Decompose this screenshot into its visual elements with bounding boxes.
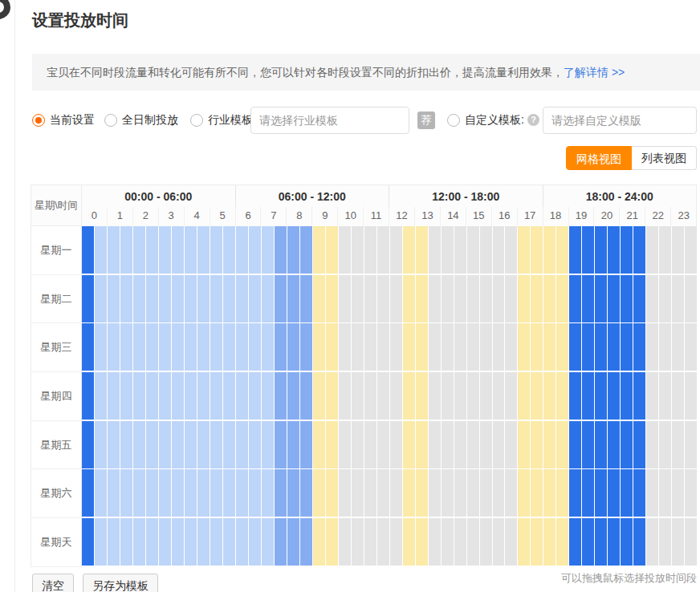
time-cell[interactable] <box>582 421 595 468</box>
time-cell[interactable] <box>172 275 185 322</box>
time-cell[interactable] <box>390 469 403 517</box>
time-cell[interactable] <box>262 323 275 371</box>
list-view-button[interactable]: 列表视图 <box>632 146 697 170</box>
time-cell[interactable] <box>416 226 429 274</box>
time-cell[interactable] <box>672 421 685 468</box>
time-cell[interactable] <box>300 226 313 274</box>
time-cell[interactable] <box>197 372 210 420</box>
time-cell[interactable] <box>543 421 556 468</box>
time-cell[interactable] <box>646 469 659 517</box>
time-cell[interactable] <box>223 421 236 468</box>
time-cell[interactable] <box>403 421 416 468</box>
time-cell[interactable] <box>608 226 621 274</box>
time-cell[interactable] <box>133 518 146 566</box>
time-cell[interactable] <box>95 226 108 274</box>
time-cell[interactable] <box>146 518 159 566</box>
time-cell[interactable] <box>82 226 95 274</box>
time-cell[interactable] <box>364 226 377 274</box>
time-cell[interactable] <box>172 226 185 274</box>
time-cell[interactable] <box>672 226 685 274</box>
time-cell[interactable] <box>467 421 480 468</box>
time-cell[interactable] <box>518 421 531 468</box>
time-cell[interactable] <box>82 518 95 566</box>
time-cell[interactable] <box>633 469 646 517</box>
time-cell[interactable] <box>339 518 352 566</box>
time-cell[interactable] <box>236 323 249 371</box>
time-cell[interactable] <box>480 226 493 274</box>
time-cell[interactable] <box>275 323 287 371</box>
time-cell[interactable] <box>313 421 326 468</box>
time-cell[interactable] <box>313 226 326 274</box>
time-cell[interactable] <box>287 275 300 322</box>
time-cell[interactable] <box>685 226 697 274</box>
time-cell[interactable] <box>300 275 313 322</box>
radio-custom-template[interactable]: 自定义模板: <box>447 107 524 134</box>
time-cell[interactable] <box>467 323 480 371</box>
time-cell[interactable] <box>185 421 197 468</box>
time-cell[interactable] <box>108 518 120 566</box>
time-cell[interactable] <box>531 469 543 517</box>
time-cell[interactable] <box>146 469 159 517</box>
time-cell[interactable] <box>339 372 352 420</box>
time-cell[interactable] <box>326 518 339 566</box>
time-cell[interactable] <box>582 518 595 566</box>
time-cell[interactable] <box>608 518 621 566</box>
time-cell[interactable] <box>236 469 249 517</box>
time-cell[interactable] <box>364 372 377 420</box>
time-cell[interactable] <box>249 469 262 517</box>
time-cell[interactable] <box>493 421 506 468</box>
time-cell[interactable] <box>582 275 595 322</box>
time-cell[interactable] <box>313 323 326 371</box>
time-cell[interactable] <box>493 275 506 322</box>
time-cell[interactable] <box>185 518 197 566</box>
time-cell[interactable] <box>275 469 287 517</box>
time-cell[interactable] <box>95 421 108 468</box>
time-cell[interactable] <box>518 275 531 322</box>
time-cell[interactable] <box>210 469 223 517</box>
time-cell[interactable] <box>442 323 454 371</box>
time-cell[interactable] <box>569 323 582 371</box>
time-cell[interactable] <box>442 275 454 322</box>
time-cell[interactable] <box>326 275 339 322</box>
time-cell[interactable] <box>493 372 506 420</box>
time-cell[interactable] <box>659 518 672 566</box>
time-cell[interactable] <box>543 469 556 517</box>
time-cell[interactable] <box>493 518 506 566</box>
time-cell[interactable] <box>685 518 697 566</box>
time-cell[interactable] <box>223 469 236 517</box>
time-cell[interactable] <box>249 372 262 420</box>
time-cell[interactable] <box>133 469 146 517</box>
time-cell[interactable] <box>108 226 120 274</box>
time-cell[interactable] <box>339 469 352 517</box>
time-cell[interactable] <box>646 275 659 322</box>
time-cell[interactable] <box>172 323 185 371</box>
time-cell[interactable] <box>108 421 120 468</box>
time-cell[interactable] <box>454 323 467 371</box>
time-cell[interactable] <box>159 421 172 468</box>
time-cell[interactable] <box>249 323 262 371</box>
time-cell[interactable] <box>429 275 442 322</box>
time-cell[interactable] <box>377 323 390 371</box>
time-cell[interactable] <box>172 421 185 468</box>
time-cell[interactable] <box>556 518 569 566</box>
time-cell[interactable] <box>377 372 390 420</box>
time-cell[interactable] <box>364 469 377 517</box>
time-cell[interactable] <box>313 275 326 322</box>
time-cell[interactable] <box>236 226 249 274</box>
time-cell[interactable] <box>326 421 339 468</box>
time-cell[interactable] <box>569 372 582 420</box>
time-cell[interactable] <box>672 275 685 322</box>
time-cell[interactable] <box>403 469 416 517</box>
time-cell[interactable] <box>210 323 223 371</box>
time-cell[interactable] <box>556 372 569 420</box>
time-cell[interactable] <box>377 226 390 274</box>
time-cell[interactable] <box>339 323 352 371</box>
time-cell[interactable] <box>608 469 621 517</box>
time-cell[interactable] <box>633 275 646 322</box>
time-cell[interactable] <box>352 275 364 322</box>
time-cell[interactable] <box>364 275 377 322</box>
time-cell[interactable] <box>275 372 287 420</box>
time-cell[interactable] <box>582 226 595 274</box>
time-cell[interactable] <box>95 372 108 420</box>
time-cell[interactable] <box>659 469 672 517</box>
